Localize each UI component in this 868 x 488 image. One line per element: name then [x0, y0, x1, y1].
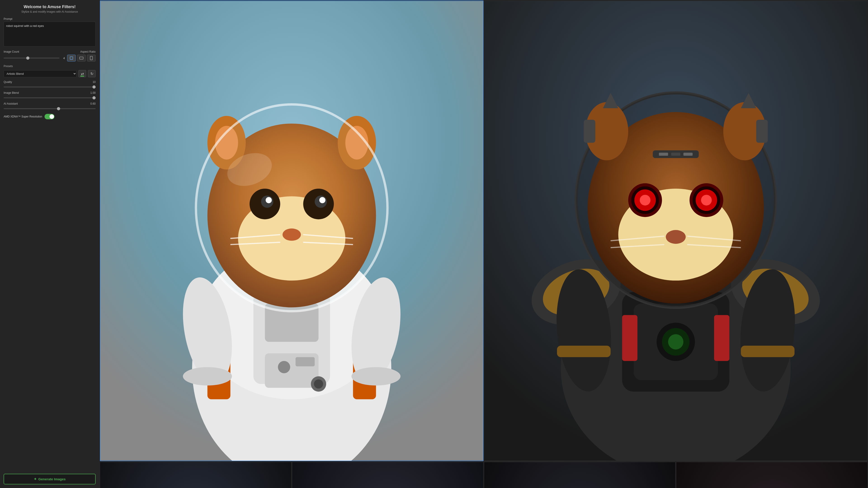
- svg-rect-78: [756, 120, 768, 143]
- amd-row: AMD XDNA™ Super Resolution: [4, 114, 96, 119]
- svg-rect-50: [622, 315, 638, 361]
- toggle-thumb: [50, 114, 54, 119]
- ai-assistant-slider[interactable]: [4, 108, 96, 109]
- shuffle-button[interactable]: ⇄: [79, 70, 86, 77]
- image-cell-1[interactable]: [100, 0, 484, 461]
- ai-assistant-value: 0.60: [90, 102, 96, 105]
- image-grid: [99, 0, 868, 488]
- squirrel-image-5: [484, 462, 675, 488]
- svg-rect-80: [659, 153, 668, 156]
- svg-rect-55: [741, 346, 795, 357]
- image-count-label: Image Count: [4, 50, 19, 53]
- image-cell-6[interactable]: [676, 462, 868, 488]
- image-cell-2[interactable]: [484, 0, 868, 461]
- aspect-portrait-btn[interactable]: [87, 55, 96, 61]
- toggle-track: [44, 114, 55, 119]
- image-blend-slider[interactable]: [4, 97, 96, 98]
- svg-rect-124: [484, 462, 675, 488]
- image-blend-value: 1.00: [90, 91, 96, 94]
- svg-rect-2: [90, 56, 92, 60]
- app-subtitle: Stylize & and modify images with AI Assi…: [4, 10, 96, 13]
- aspect-ratio-group: [67, 55, 96, 61]
- app-header: Welcome to Amuse Filters! Stylize & and …: [4, 4, 96, 13]
- svg-point-38: [351, 367, 401, 385]
- aspect-landscape-btn[interactable]: [77, 55, 86, 61]
- generate-button[interactable]: ✦ Generate Images: [4, 474, 96, 484]
- squirrel-image-6: [676, 462, 868, 488]
- svg-point-36: [314, 379, 323, 389]
- presets-row: Artistic Blend Photorealistic Sketch Pai…: [4, 70, 96, 77]
- shuffle-icon: ⇄: [81, 72, 84, 76]
- svg-point-68: [640, 195, 650, 205]
- squirrel-image-1: [100, 1, 483, 461]
- squirrel-image-2: [484, 1, 867, 461]
- svg-rect-83: [100, 462, 291, 488]
- refresh-button[interactable]: ↻: [88, 70, 96, 77]
- quality-value: 10: [93, 80, 96, 84]
- svg-rect-145: [676, 462, 868, 488]
- svg-rect-0: [70, 57, 73, 59]
- prompt-label: Prompt: [4, 18, 96, 21]
- generate-label: Generate Images: [38, 477, 66, 481]
- aspect-square-btn[interactable]: [67, 55, 76, 61]
- svg-rect-81: [671, 153, 680, 156]
- image-cell-5[interactable]: [484, 462, 676, 488]
- prompt-input[interactable]: robot squirrel with a red eyes: [4, 22, 96, 46]
- preset-select[interactable]: Artistic Blend Photorealistic Sketch Pai…: [4, 70, 76, 77]
- refresh-icon: ↻: [90, 72, 93, 76]
- quality-slider[interactable]: [4, 87, 96, 88]
- svg-rect-82: [683, 153, 692, 156]
- aspect-ratio-label: Aspect Ratio: [80, 50, 96, 53]
- left-panel: Welcome to Amuse Filters! Stylize & and …: [0, 0, 99, 488]
- svg-point-26: [283, 228, 301, 240]
- image-count-value: 4: [61, 57, 65, 60]
- svg-point-33: [278, 361, 290, 373]
- bottom-row: [100, 462, 868, 488]
- svg-point-37: [183, 367, 232, 385]
- image-count-slider[interactable]: [4, 58, 59, 59]
- svg-point-72: [666, 230, 686, 244]
- presets-label: Presets: [4, 65, 96, 68]
- svg-rect-1: [80, 57, 83, 59]
- image-blend-label: Image Blend: [4, 91, 19, 94]
- svg-rect-103: [292, 462, 484, 488]
- svg-rect-34: [296, 357, 315, 366]
- svg-point-49: [668, 334, 684, 350]
- quality-row: Quality 10: [4, 80, 96, 88]
- squirrel-image-4: [292, 462, 484, 488]
- generate-section: ✦ Generate Images: [4, 468, 96, 484]
- ai-assistant-row: AI Assistant 0.60: [4, 102, 96, 110]
- image-cell-4[interactable]: [292, 462, 484, 488]
- ai-assistant-label: AI Assistant: [4, 102, 18, 105]
- amd-toggle[interactable]: [44, 114, 55, 119]
- svg-point-25: [319, 197, 326, 203]
- shuffle-active-dot: [80, 76, 84, 76]
- top-row: [100, 0, 868, 461]
- svg-rect-54: [557, 346, 611, 357]
- svg-rect-51: [714, 315, 730, 361]
- app-title: Welcome to Amuse Filters!: [4, 4, 96, 9]
- svg-point-24: [266, 197, 272, 203]
- svg-rect-77: [584, 120, 595, 143]
- image-cell-3[interactable]: [100, 462, 291, 488]
- svg-point-69: [701, 195, 712, 205]
- squirrel-image-3: [100, 462, 291, 488]
- image-blend-row: Image Blend 1.00: [4, 91, 96, 99]
- amd-label: AMD XDNA™ Super Resolution: [4, 115, 42, 118]
- quality-label: Quality: [4, 80, 12, 84]
- generate-icon: ✦: [34, 477, 37, 481]
